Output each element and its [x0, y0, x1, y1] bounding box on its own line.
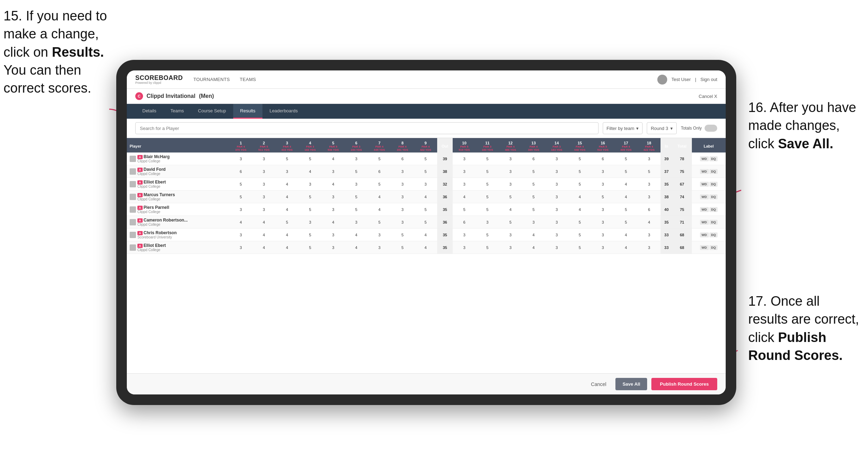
- logo-sub: Powered by clippd: [135, 81, 183, 85]
- header-h14: 14PAR 3183 YDS: [545, 138, 568, 152]
- header-h11: 11PAR 3180 YDS: [476, 138, 499, 152]
- wd-button[interactable]: WD: [700, 220, 709, 225]
- wd-button[interactable]: WD: [700, 182, 709, 187]
- header-h5: 5PAR 5536 YDS: [322, 138, 345, 152]
- wd-button[interactable]: WD: [700, 232, 709, 237]
- header-total: Total: [672, 138, 692, 152]
- tab-bar: Details Teams Course Setup Results Leade…: [127, 104, 726, 119]
- scores-table-wrapper[interactable]: Player 1PAR 4370 YDS 2PAR 5511 YDS 3PAR …: [127, 138, 726, 373]
- sign-out-link[interactable]: Sign out: [700, 77, 717, 82]
- scores-tbody: ABlair McHarg Clippd College 33554356539…: [127, 152, 726, 254]
- header-h6: 6PAR 3194 YDS: [345, 138, 368, 152]
- table-row: ABlair McHarg Clippd College 33554356539…: [127, 152, 726, 165]
- header-h13: 13PAR 4385 YDS: [522, 138, 545, 152]
- nav-links: TOURNAMENTS TEAMS: [193, 75, 657, 83]
- filters-bar: Filter by team ▾ Round 3 ▾ Totals Only: [127, 119, 726, 138]
- tab-details[interactable]: Details: [135, 104, 163, 119]
- header-h8: 8PAR 4391 YDS: [391, 138, 414, 152]
- logo-area: SCOREBOARD Powered by clippd: [135, 74, 183, 85]
- wd-button[interactable]: WD: [700, 156, 709, 161]
- dq-button[interactable]: DQ: [709, 220, 718, 225]
- nav-right: Test User | Sign out: [657, 75, 717, 85]
- nav-teams[interactable]: TEAMS: [240, 75, 256, 83]
- logo-scoreboard: SCOREBOARD: [135, 74, 183, 81]
- publish-button[interactable]: Publish Round Scores: [651, 378, 717, 390]
- tablet-shell: SCOREBOARD Powered by clippd TOURNAMENTS…: [116, 60, 736, 405]
- search-input[interactable]: [135, 122, 599, 134]
- header-out: Out: [437, 138, 453, 152]
- wd-button[interactable]: WD: [700, 207, 709, 212]
- totals-only-toggle[interactable]: Totals Only: [681, 125, 717, 132]
- instructions-right-top: 16. After you have made changes, click S…: [748, 99, 861, 153]
- save-all-bold: Save All.: [778, 136, 833, 151]
- header-h10: 10PAR 5519 YDS: [453, 138, 476, 152]
- nav-tournaments[interactable]: TOURNAMENTS: [193, 75, 230, 83]
- toggle-switch[interactable]: [705, 125, 717, 132]
- table-row: AMarcus Turners Clippd College 534535434…: [127, 191, 726, 203]
- tournament-icon: C: [135, 92, 143, 100]
- header-label: Label: [692, 138, 726, 152]
- dq-button[interactable]: DQ: [709, 232, 718, 237]
- sub-header: C Clippd Invitational (Men) Cancel X: [127, 89, 726, 104]
- cancel-header-button[interactable]: Cancel X: [699, 94, 717, 99]
- instructions-left: 15. If you need to make a change, click …: [4, 7, 109, 97]
- header-h9: 9PAR 4422 YDS: [414, 138, 437, 152]
- wd-button[interactable]: WD: [700, 194, 709, 199]
- dq-button[interactable]: DQ: [709, 182, 718, 187]
- table-row: ACameron Robertson... Clippd College 445…: [127, 216, 726, 229]
- tournament-title: C Clippd Invitational (Men): [135, 92, 214, 100]
- table-row: AElliot Ebert Clippd College 34453435435…: [127, 241, 726, 254]
- header-h15: 15PAR 4448 YDS: [568, 138, 591, 152]
- nav-divider: |: [695, 77, 696, 82]
- dq-button[interactable]: DQ: [709, 207, 718, 212]
- tab-course-setup[interactable]: Course Setup: [191, 104, 233, 119]
- user-name: Test User: [671, 77, 691, 82]
- header-h1: 1PAR 4370 YDS: [229, 138, 253, 152]
- header-player: Player: [127, 138, 229, 152]
- results-bold: Results.: [52, 45, 104, 60]
- dq-button[interactable]: DQ: [709, 245, 718, 250]
- table-row: ADavid Ford Clippd College 6334356353835…: [127, 165, 726, 178]
- tab-leaderboards[interactable]: Leaderboards: [262, 104, 305, 119]
- tablet-screen: SCOREBOARD Powered by clippd TOURNAMENTS…: [127, 70, 726, 394]
- round-dropdown[interactable]: Round 3 ▾: [647, 122, 676, 134]
- header-h17: 17PAR 4409 YDS: [614, 138, 638, 152]
- header-h4: 4PAR 3166 YDS: [299, 138, 322, 152]
- cancel-button[interactable]: Cancel: [586, 379, 612, 390]
- dq-button[interactable]: DQ: [709, 169, 718, 174]
- tab-results[interactable]: Results: [233, 104, 262, 119]
- tournament-gender: (Men): [199, 93, 214, 99]
- bottom-bar: Cancel Save All Publish Round Scores: [127, 373, 726, 394]
- header-in: In: [661, 138, 672, 152]
- scores-table: Player 1PAR 4370 YDS 2PAR 5511 YDS 3PAR …: [127, 138, 726, 254]
- filter-by-team-dropdown[interactable]: Filter by team ▾: [603, 122, 643, 134]
- header-h16: 16PAR 5510 YDS: [591, 138, 615, 152]
- dq-button[interactable]: DQ: [709, 194, 718, 199]
- instructions-right-bottom: 17. Once all results are correct, click …: [748, 292, 861, 365]
- publish-bold: Publish Round Scores.: [748, 330, 843, 363]
- tab-teams[interactable]: Teams: [163, 104, 191, 119]
- table-row: APiers Parnell Clippd College 3345354353…: [127, 203, 726, 216]
- chevron-down-icon: ▾: [636, 126, 639, 131]
- user-avatar: [657, 75, 667, 85]
- wd-button[interactable]: WD: [700, 245, 709, 250]
- header-h7: 7PAR 4445 YDS: [368, 138, 391, 152]
- dq-button[interactable]: DQ: [709, 156, 718, 161]
- chevron-down-icon-round: ▾: [670, 126, 673, 131]
- header-h2: 2PAR 5511 YDS: [252, 138, 275, 152]
- table-row: AChris Robertson Scoreboard University 3…: [127, 229, 726, 241]
- wd-button[interactable]: WD: [700, 169, 709, 174]
- header-h12: 12PAR 4486 YDS: [499, 138, 522, 152]
- tournament-name: Clippd Invitational: [147, 93, 196, 99]
- save-all-button[interactable]: Save All: [615, 378, 647, 390]
- table-row: AElliot Ebert Clippd College 53434353332…: [127, 178, 726, 191]
- header-h3: 3PAR 4433 YDS: [275, 138, 299, 152]
- header-h18: 18PAR 4422 YDS: [638, 138, 661, 152]
- top-nav: SCOREBOARD Powered by clippd TOURNAMENTS…: [127, 70, 726, 89]
